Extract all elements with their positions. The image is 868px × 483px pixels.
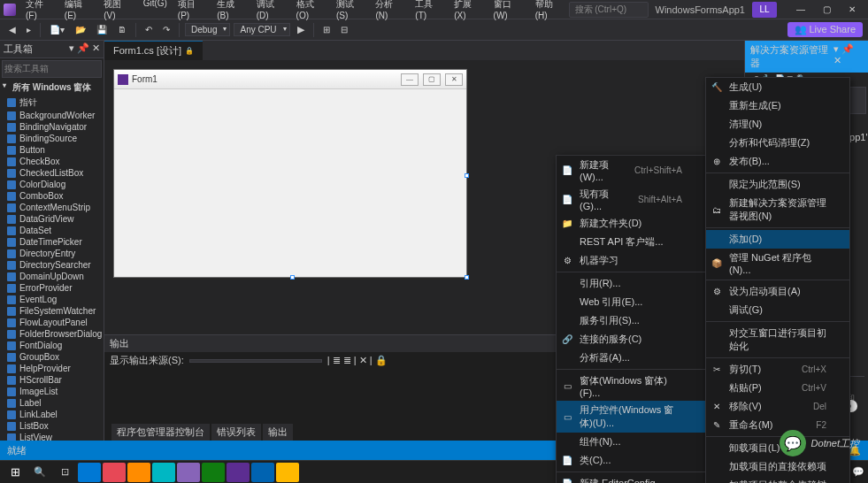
toolbox-pin-icon[interactable]: ▾ 📌 ✕: [69, 42, 100, 56]
menu-item[interactable]: 粘贴(P)Ctrl+V: [706, 379, 849, 397]
toolbox-item[interactable]: DomainUpDown: [0, 271, 104, 282]
menu-item[interactable]: 清理(N): [706, 115, 849, 134]
resize-handle[interactable]: [290, 275, 295, 280]
menu-item[interactable]: 分析器(A)...: [557, 349, 705, 367]
nav-fwd-button[interactable]: ▸: [23, 23, 35, 36]
menu-item[interactable]: 扩展(X): [449, 0, 487, 22]
toolbox-item[interactable]: ErrorProvider: [0, 282, 104, 294]
toolbox-item[interactable]: ColorDialog: [0, 179, 104, 190]
taskbar-vs-icon[interactable]: [227, 463, 250, 482]
menu-item[interactable]: 添加(D): [706, 230, 849, 249]
menu-item[interactable]: 限定为此范围(S): [706, 175, 849, 194]
menu-item[interactable]: 📄新建项(W)...Ctrl+Shift+A: [557, 156, 705, 185]
toolbox-search[interactable]: 搜索工具箱: [2, 60, 102, 78]
save-all-button[interactable]: 🗎: [114, 23, 130, 36]
menu-item[interactable]: 组件(N)...: [557, 433, 705, 451]
taskbar-app-6[interactable]: [202, 463, 225, 482]
toolbox-item[interactable]: DataGridView: [0, 213, 104, 225]
tab-form-designer[interactable]: Form1.cs [设计] 🔒: [104, 41, 203, 60]
tab-error-list[interactable]: 错误列表: [211, 424, 261, 441]
status-bell-icon[interactable]: 🔔: [849, 445, 861, 456]
menu-item[interactable]: 加载项目的整个依赖树: [706, 476, 849, 483]
toolbox-item[interactable]: DirectoryEntry: [0, 248, 104, 259]
menu-item[interactable]: 📄类(C)...: [557, 451, 705, 470]
open-button[interactable]: 📂: [72, 23, 89, 36]
save-button[interactable]: 💾: [93, 23, 111, 36]
menu-item[interactable]: 🔗连接的服务(C): [557, 330, 705, 349]
minimize-button[interactable]: —: [788, 2, 813, 18]
solution-pin-icon[interactable]: ▾ 📌 ✕: [833, 43, 863, 70]
toolbox-item[interactable]: FileSystemWatcher: [0, 305, 104, 317]
menu-item[interactable]: ✎重命名(M)F2: [706, 416, 849, 434]
toolbox-item[interactable]: DirectorySearcher: [0, 259, 104, 271]
menu-item[interactable]: REST API 客户端...: [557, 233, 705, 251]
taskbar-app-4[interactable]: [152, 463, 175, 482]
menu-item[interactable]: 卸载项目(L): [706, 439, 849, 457]
tb-btn-1[interactable]: ⊞: [319, 23, 334, 36]
undo-button[interactable]: ↶: [142, 23, 156, 36]
menu-item[interactable]: ▭用户控件(Windows 窗体)(U)...: [557, 401, 705, 433]
toolbox-item[interactable]: ContextMenuStrip: [0, 202, 104, 213]
menu-item[interactable]: 📄现有项(G)...Shift+Alt+A: [557, 185, 705, 214]
menu-item[interactable]: ⊕发布(B)...: [706, 152, 849, 171]
menu-item[interactable]: 🗂新建解决方案资源管理器视图(N): [706, 194, 849, 226]
taskbar-app-3[interactable]: [127, 463, 150, 482]
toolbox-item[interactable]: HelpProvider: [0, 363, 104, 374]
menu-item[interactable]: Web 引用(E)...: [557, 293, 705, 311]
toolbox-item[interactable]: CheckBox: [0, 156, 104, 167]
close-button[interactable]: ✕: [840, 2, 864, 18]
menu-item[interactable]: 调试(G): [706, 301, 849, 319]
toolbox-item[interactable]: FontDialog: [0, 340, 104, 351]
menu-item[interactable]: 重新生成(E): [706, 96, 849, 115]
toolbox-item[interactable]: FolderBrowserDialog: [0, 328, 104, 340]
menu-item[interactable]: 分析和代码清理(Z): [706, 134, 849, 152]
toolbox-item[interactable]: Label: [0, 397, 104, 409]
menu-item[interactable]: 服务引用(S)...: [557, 311, 705, 330]
start-button[interactable]: ▶: [294, 22, 308, 37]
taskbar-app-7[interactable]: [251, 463, 274, 482]
toolbox-item[interactable]: ComboBox: [0, 190, 104, 202]
menu-item[interactable]: 测试(S): [332, 0, 369, 22]
taskbar-taskview-icon[interactable]: ⊡: [53, 463, 76, 482]
menu-item[interactable]: 加载项目的直接依赖项: [706, 457, 849, 476]
toolbox-category[interactable]: 所有 Windows 窗体: [0, 80, 104, 96]
toolbox-item[interactable]: ListBox: [0, 420, 104, 432]
menu-item[interactable]: 📦管理 NuGet 程序包(N)...: [706, 249, 849, 278]
menu-item[interactable]: ✂剪切(T)Ctrl+X: [706, 360, 849, 379]
menu-item[interactable]: 格式(O): [292, 0, 330, 22]
taskbar-app-2[interactable]: [103, 463, 126, 482]
output-source-combo[interactable]: [189, 359, 322, 363]
menu-item[interactable]: 📄新建 EditorConfig: [557, 474, 705, 483]
toolbox-item[interactable]: BackgroundWorker: [0, 110, 104, 121]
toolbox-item[interactable]: DateTimePicker: [0, 236, 104, 248]
toolbox-item[interactable]: LinkLabel: [0, 409, 104, 420]
toolbox-item[interactable]: GroupBox: [0, 351, 104, 363]
tb-btn-2[interactable]: ⊟: [337, 23, 351, 36]
new-project-button[interactable]: 📄▾: [46, 23, 68, 36]
toolbox-item[interactable]: ImageList: [0, 386, 104, 397]
toolbox-item[interactable]: ListView: [0, 432, 104, 441]
toolbox-item[interactable]: BindingSource: [0, 133, 104, 144]
search-box[interactable]: 搜索 (Ctrl+Q): [569, 2, 649, 18]
taskbar-app-8[interactable]: [276, 463, 299, 482]
tray-notif-icon[interactable]: 💬: [852, 466, 864, 478]
menu-item[interactable]: 文件(F): [21, 0, 58, 22]
menu-item[interactable]: 生成(B): [212, 0, 250, 22]
nav-back-button[interactable]: ◀: [5, 23, 19, 36]
toolbox-item[interactable]: BindingNavigator: [0, 121, 104, 133]
menu-item[interactable]: ▭窗体(Windows 窗体)(F)...: [557, 372, 705, 401]
taskbar-search-icon[interactable]: 🔍: [28, 463, 51, 482]
menu-item[interactable]: 分析(N): [371, 0, 409, 22]
platform-combo[interactable]: Any CPU: [234, 23, 289, 36]
menu-item[interactable]: 🔨生成(U): [706, 78, 849, 96]
taskbar-app-1[interactable]: [78, 463, 101, 482]
toolbox-item[interactable]: DataSet: [0, 225, 104, 236]
account-badge[interactable]: LL: [752, 2, 777, 18]
output-tool-icon[interactable]: | ≣ ≣ | ✕ | 🔒: [327, 355, 388, 366]
toolbox-item[interactable]: FlowLayoutPanel: [0, 317, 104, 328]
tab-pin-icon[interactable]: 🔒: [185, 47, 194, 55]
maximize-button[interactable]: ▢: [814, 2, 839, 18]
toolbox-item[interactable]: HScrollBar: [0, 374, 104, 386]
menu-item[interactable]: ⚙设为启动项目(A): [706, 282, 849, 301]
config-combo[interactable]: Debug: [185, 23, 230, 36]
